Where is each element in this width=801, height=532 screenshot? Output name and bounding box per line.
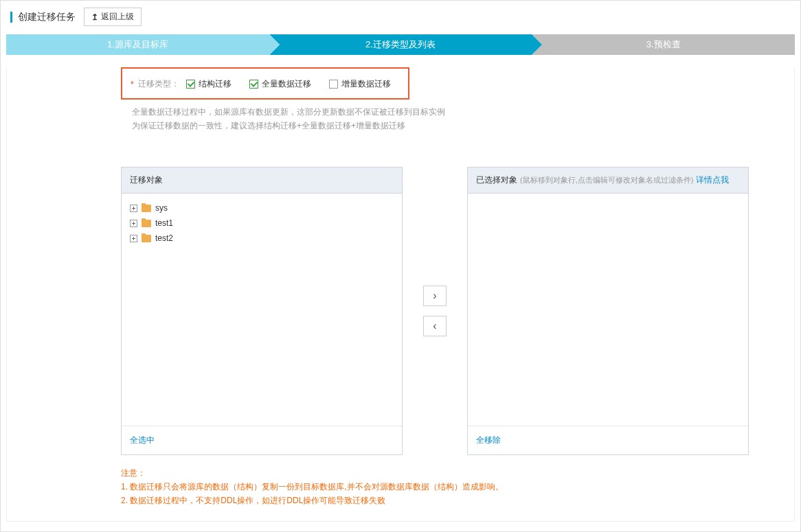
tree-item-label: test1 [155,218,173,228]
move-left-button[interactable]: ‹ [423,316,447,336]
back-button[interactable]: ↥ 返回上级 [84,8,142,26]
header-accent-bar [10,12,12,23]
select-all-link[interactable]: 全选中 [130,435,155,445]
checkbox-full[interactable]: 全量数据迁移 [249,78,311,90]
remove-all-link[interactable]: 全移除 [476,435,501,445]
tree-item[interactable]: test2 [130,231,394,246]
expand-icon[interactable] [130,235,137,242]
step-1-label: 1.源库及目标库 [107,39,168,49]
required-star-icon: * [131,80,134,89]
checkbox-icon [329,80,338,89]
step-2: 2.迁移类型及列表 [269,34,532,55]
expand-icon[interactable] [130,220,137,227]
source-objects-panel: 迁移对象 sys test1 test2 [121,167,403,455]
checkbox-incremental-label: 增量数据迁移 [341,78,391,90]
target-panel-header: 已选择对象 (鼠标移到对象行,点击编辑可修改对象名或过滤条件) 详情点我 [468,167,748,194]
tree-item-label: test2 [155,233,173,243]
desc-line-2: 为保证迁移数据的一致性，建议选择结构迁移+全量数据迁移+增量数据迁移 [132,119,794,132]
arrow-up-icon: ↥ [91,12,98,22]
source-panel-header: 迁移对象 [122,167,402,194]
tree-item[interactable]: test1 [130,216,394,231]
notice-title: 注意： [121,466,794,480]
wizard-steps: 1.源库及目标库 2.迁移类型及列表 3.预检查 [6,34,795,55]
source-panel-title: 迁移对象 [130,174,163,186]
chevron-right-icon: › [433,290,436,302]
target-objects-panel: 已选择对象 (鼠标移到对象行,点击编辑可修改对象名或过滤条件) 详情点我 全移除 [467,167,749,455]
target-panel-title: 已选择对象 [476,174,517,186]
move-right-button[interactable]: › [423,286,447,306]
page-header: 创建迁移任务 ↥ 返回上级 [1,1,800,32]
step-1: 1.源库及目标库 [6,34,269,55]
checkbox-icon [249,80,258,89]
page-title: 创建迁移任务 [18,11,76,23]
checkbox-incremental[interactable]: 增量数据迁移 [329,78,391,90]
transfer-buttons: › ‹ [423,167,447,455]
step-3: 3.预检查 [532,34,795,55]
back-button-label: 返回上级 [101,11,134,23]
folder-icon [142,235,151,242]
target-panel-footer: 全移除 [468,426,748,454]
step-2-label: 2.迁移类型及列表 [365,39,436,49]
tree-item[interactable]: sys [130,200,394,216]
main-content: * 迁移类型： 结构迁移 全量数据迁移 增量数据迁移 全量数据迁移过程中，如果源… [6,67,795,522]
target-panel-hint: (鼠标移到对象行,点击编辑可修改对象名或过滤条件) [520,175,693,185]
folder-icon [142,205,151,212]
folder-icon [142,220,151,227]
desc-line-1: 全量数据迁移过程中，如果源库有数据更新，这部分更新数据不保证被迁移到目标实例 [132,105,794,119]
description-text: 全量数据迁移过程中，如果源库有数据更新，这部分更新数据不保证被迁移到目标实例 为… [132,105,794,132]
detail-link[interactable]: 详情点我 [696,174,729,186]
dual-list-panel: 迁移对象 sys test1 test2 [121,167,794,455]
migration-type-box: * 迁移类型： 结构迁移 全量数据迁移 增量数据迁移 [121,67,409,100]
chevron-left-icon: ‹ [433,320,436,332]
checkbox-structure-label: 结构迁移 [199,78,232,90]
notice-line-1: 1. 数据迁移只会将源库的数据（结构）复制一份到目标数据库,并不会对源数据库数据… [121,480,794,494]
notice-line-2: 2. 数据迁移过程中，不支持DDL操作，如进行DDL操作可能导致迁移失败 [121,494,794,507]
migration-type-label: 迁移类型： [138,78,179,90]
step-3-label: 3.预检查 [646,39,681,49]
notice-block: 注意： 1. 数据迁移只会将源库的数据（结构）复制一份到目标数据库,并不会对源数… [121,466,794,507]
checkbox-icon [186,80,195,89]
tree-item-label: sys [155,203,168,213]
source-panel-body: sys test1 test2 [122,194,402,426]
expand-icon[interactable] [130,205,137,212]
checkbox-full-label: 全量数据迁移 [262,78,311,90]
target-panel-body [468,194,748,426]
source-panel-footer: 全选中 [122,426,402,454]
checkbox-structure[interactable]: 结构迁移 [186,78,232,90]
